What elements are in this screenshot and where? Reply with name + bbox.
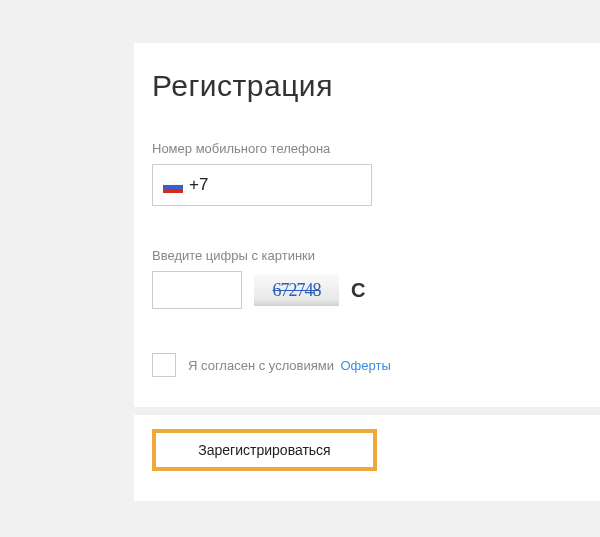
consent-text-wrapper: Я согласен с условиями Оферты	[188, 356, 391, 374]
russia-flag-icon	[163, 179, 183, 191]
card-body: Регистрация Номер мобильного телефона +7…	[134, 43, 600, 407]
svg-rect-1	[163, 185, 183, 189]
offer-link[interactable]: Оферты	[340, 358, 390, 373]
section-divider	[134, 407, 600, 415]
svg-rect-2	[163, 189, 183, 193]
phone-label: Номер мобильного телефона	[152, 141, 582, 156]
captcha-label: Введите цифры с картинки	[152, 248, 582, 263]
refresh-icon[interactable]: C	[351, 279, 365, 302]
registration-card: Регистрация Номер мобильного телефона +7…	[134, 43, 600, 501]
register-button-label: Зарегистрироваться	[198, 442, 330, 458]
register-button[interactable]: Зарегистрироваться	[152, 429, 377, 471]
svg-rect-0	[163, 181, 183, 185]
page-title: Регистрация	[152, 69, 582, 103]
consent-text: Я согласен с условиями	[188, 358, 334, 373]
captcha-image-text: 672748	[273, 280, 321, 301]
phone-prefix: +7	[189, 175, 208, 195]
card-footer: Зарегистрироваться	[134, 415, 600, 501]
captcha-row: 672748 C	[152, 271, 582, 309]
consent-checkbox[interactable]	[152, 353, 176, 377]
captcha-image: 672748	[254, 274, 339, 306]
phone-input[interactable]: +7	[152, 164, 372, 206]
consent-row: Я согласен с условиями Оферты	[152, 353, 582, 377]
captcha-input[interactable]	[152, 271, 242, 309]
